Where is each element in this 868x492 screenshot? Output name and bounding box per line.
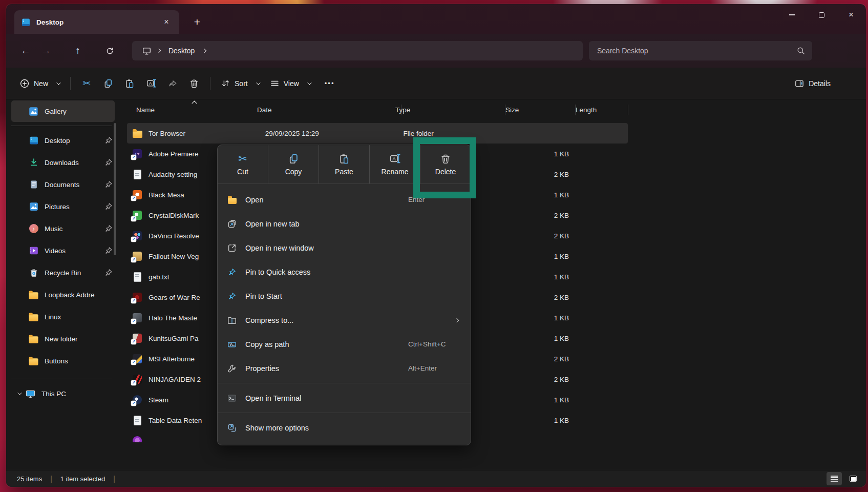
sidebar-item-desktop[interactable]: Desktop bbox=[11, 130, 115, 151]
shortcut-arrow-icon: ↗ bbox=[131, 155, 136, 160]
sidebar-item-pictures[interactable]: Pictures bbox=[11, 196, 115, 217]
new-tab-button[interactable]: + bbox=[188, 13, 206, 31]
menu-item-open-in-new-window[interactable]: Open in new window bbox=[218, 236, 471, 260]
context-copy-button[interactable]: Copy bbox=[268, 145, 319, 183]
forward-button[interactable]: → bbox=[36, 42, 56, 60]
sidebar-item-label: Buttons bbox=[45, 357, 115, 365]
menu-item-show-more-options[interactable]: Show more options bbox=[218, 416, 471, 440]
menu-item-properties[interactable]: PropertiesAlt+Enter bbox=[218, 356, 471, 380]
sidebar-item-this-pc[interactable]: This PC bbox=[11, 383, 115, 404]
file-size: 1 KB bbox=[505, 417, 575, 424]
search-box bbox=[589, 41, 812, 60]
file-size: 2 KB bbox=[505, 294, 575, 301]
see-more-button[interactable]: ••• bbox=[319, 73, 341, 94]
menu-item-open-in-new-tab[interactable]: Open in new tab bbox=[218, 212, 471, 236]
menu-item-open-in-terminal[interactable]: Open in Terminal bbox=[218, 386, 471, 410]
context-rename-button[interactable]: ARename bbox=[369, 145, 420, 183]
column-header-name[interactable]: Name bbox=[136, 106, 155, 114]
sort-icon bbox=[221, 79, 230, 88]
cut-button[interactable]: ✂ bbox=[76, 73, 97, 94]
tab-desktop[interactable]: Desktop × bbox=[14, 10, 179, 34]
new-button[interactable]: New bbox=[14, 73, 65, 94]
sort-button[interactable]: Sort bbox=[216, 73, 265, 94]
details-view-button[interactable] bbox=[827, 472, 842, 485]
view-button[interactable]: View bbox=[265, 73, 316, 94]
file-row-tor-browser[interactable]: Tor Browser29/09/2025 12:29File folder bbox=[127, 123, 628, 144]
search-input[interactable] bbox=[596, 46, 797, 55]
sidebar-item-gallery[interactable]: Gallery bbox=[11, 100, 115, 122]
sidebar-item-linux[interactable]: Linux bbox=[11, 306, 115, 327]
back-button[interactable]: ← bbox=[15, 42, 36, 60]
close-button[interactable]: × bbox=[836, 4, 866, 26]
rename-button[interactable]: A bbox=[140, 73, 162, 94]
menu-item-label: Compress to... bbox=[245, 316, 293, 324]
delete-button[interactable] bbox=[183, 73, 205, 94]
sidebar-item-videos[interactable]: Videos bbox=[11, 240, 115, 261]
sidebar-item-documents[interactable]: Documents bbox=[11, 174, 115, 195]
sidebar-item-label: New folder bbox=[45, 335, 115, 343]
file-size: 2 KB bbox=[505, 171, 575, 178]
menu-item-shortcut: Alt+Enter bbox=[408, 364, 437, 372]
folder-icon bbox=[29, 290, 38, 300]
column-header-size[interactable]: Size bbox=[505, 106, 519, 114]
sidebar-item-new-folder[interactable]: New folder bbox=[11, 328, 115, 350]
minimize-button[interactable] bbox=[777, 4, 807, 26]
pin-icon bbox=[104, 158, 113, 167]
share-button[interactable] bbox=[162, 73, 183, 94]
chevron-right-icon bbox=[202, 49, 206, 53]
context-cut-button[interactable]: ✂Cut bbox=[218, 145, 268, 183]
maximize-button[interactable] bbox=[807, 4, 836, 26]
menu-item-pin-to-quick-access[interactable]: Pin to Quick access bbox=[218, 260, 471, 284]
sidebar-item-loopback-addre[interactable]: Loopback Addre bbox=[11, 284, 115, 305]
sidebar-item-buttons[interactable]: Buttons bbox=[11, 350, 115, 372]
rename-icon: A bbox=[146, 78, 156, 88]
sidebar-item-label: Downloads bbox=[45, 159, 104, 167]
shortcut-arrow-icon: ↗ bbox=[131, 380, 136, 385]
sidebar-item-label: Linux bbox=[45, 313, 115, 321]
breadcrumb[interactable]: Desktop bbox=[132, 41, 583, 60]
context-paste-button[interactable]: Paste bbox=[319, 145, 369, 183]
trash-icon bbox=[189, 79, 199, 88]
chevron-down-icon bbox=[56, 80, 60, 85]
sidebar-separator bbox=[11, 379, 112, 379]
toolbar-separator bbox=[70, 77, 71, 90]
breadcrumb-item-desktop[interactable]: Desktop bbox=[163, 47, 200, 55]
paste-button[interactable] bbox=[119, 73, 140, 94]
sidebar-item-downloads[interactable]: Downloads bbox=[11, 152, 115, 173]
kunitsugami-icon: ↗ bbox=[132, 333, 142, 343]
context-button-label: Rename bbox=[382, 168, 409, 176]
context-button-label: Paste bbox=[335, 168, 353, 176]
column-header-date[interactable]: Date bbox=[257, 106, 272, 114]
sort-ascending-icon bbox=[192, 100, 197, 104]
tab-title: Desktop bbox=[36, 18, 160, 26]
up-button[interactable]: ↑ bbox=[68, 42, 88, 60]
sidebar-item-label: Desktop bbox=[45, 137, 104, 145]
copy-button[interactable] bbox=[97, 73, 119, 94]
sidebar-item-music[interactable]: ♪Music bbox=[11, 218, 115, 239]
crystaldiskmark-icon: ↗ bbox=[132, 210, 142, 220]
menu-item-compress-to-[interactable]: Compress to... bbox=[218, 308, 471, 332]
sidebar-item-recycle-bin[interactable]: Recycle Bin bbox=[11, 262, 115, 283]
menu-item-label: Open in Terminal bbox=[245, 394, 301, 402]
thumbnail-view-button[interactable] bbox=[845, 472, 861, 485]
sidebar-item-label: Pictures bbox=[45, 203, 104, 211]
file-name: Tor Browser bbox=[149, 130, 263, 137]
sidebar-item-label: Music bbox=[45, 225, 104, 233]
details-pane-button[interactable]: Details bbox=[789, 73, 836, 94]
shortcut-arrow-icon: ↗ bbox=[131, 339, 136, 344]
shortcut-arrow-icon: ↗ bbox=[131, 360, 136, 365]
refresh-button[interactable] bbox=[99, 42, 120, 60]
column-divider[interactable] bbox=[628, 105, 628, 115]
tab-close-icon[interactable]: × bbox=[160, 15, 173, 29]
sidebar-scrollbar[interactable] bbox=[114, 123, 116, 255]
status-divider: | bbox=[113, 475, 115, 483]
window-controls: × bbox=[777, 4, 866, 26]
pin-icon bbox=[104, 269, 113, 277]
column-header-length[interactable]: Length bbox=[576, 106, 597, 114]
shortcut-arrow-icon: ↗ bbox=[131, 319, 136, 324]
column-header-type[interactable]: Type bbox=[395, 106, 410, 114]
menu-item-pin-to-start[interactable]: Pin to Start bbox=[218, 284, 471, 308]
file-size: 2 KB bbox=[505, 212, 575, 219]
menu-item-copy-as-path[interactable]: Copy as pathCtrl+Shift+C bbox=[218, 332, 471, 356]
text-doc-icon bbox=[132, 415, 142, 425]
